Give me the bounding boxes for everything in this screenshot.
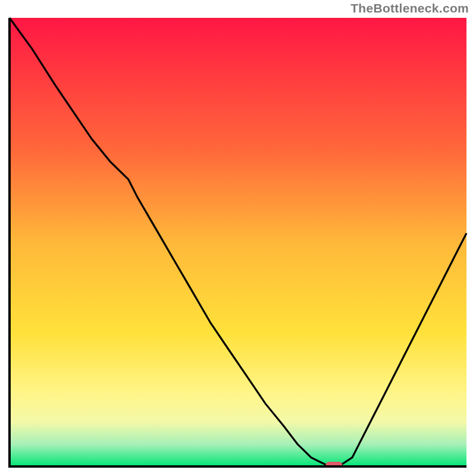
attribution-label: TheBottleneck.com bbox=[350, 1, 469, 15]
chart-plot bbox=[8, 17, 468, 468]
gradient-background bbox=[10, 18, 466, 466]
chart-svg bbox=[8, 17, 468, 468]
